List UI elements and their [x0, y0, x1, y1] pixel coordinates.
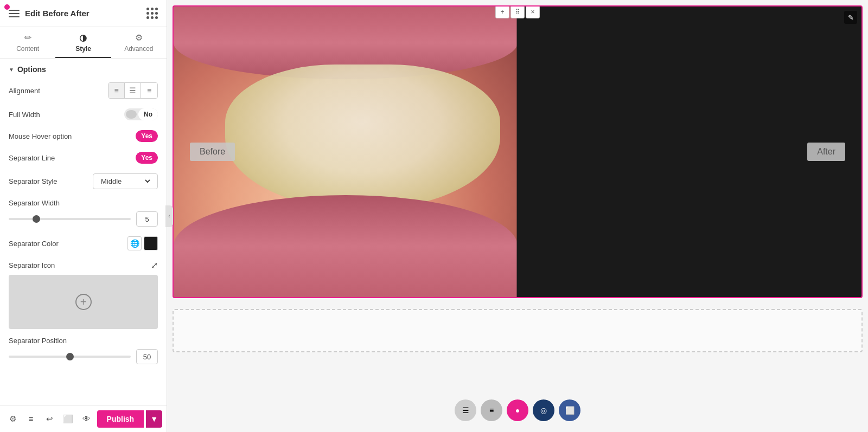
full-width-label: Full Width	[9, 111, 40, 119]
menu-icon[interactable]	[9, 10, 20, 17]
top-bar-left: Edit Before After	[9, 9, 90, 18]
separator-width-controls: 5	[9, 211, 158, 227]
preview-icon[interactable]: 👁	[78, 410, 94, 428]
chevron-down-icon: ▼	[150, 415, 158, 423]
separator-icon-arrows[interactable]: ⤢	[151, 260, 158, 270]
teeth-before	[225, 65, 500, 210]
mouse-hover-yes[interactable]: Yes	[136, 130, 158, 142]
after-image	[174, 297, 518, 298]
advanced-tab-icon: ⚙	[135, 33, 143, 43]
separator-color-controls: 🌐	[127, 236, 158, 250]
separator-line-yes[interactable]: Yes	[136, 152, 158, 164]
toolbar-circle-1[interactable]: ☰	[455, 399, 476, 421]
tab-content-label: Content	[16, 45, 39, 53]
empty-drop-zone[interactable]	[173, 309, 863, 352]
separator-icon-label: Separator Icon	[9, 261, 55, 269]
panel-content: ▼ Options Alignment ≡ ☰ ≡ Full Width No …	[0, 59, 167, 405]
add-icon-button[interactable]: +	[75, 294, 92, 310]
after-label: After	[807, 143, 845, 161]
responsive-icon[interactable]: ⬜	[60, 410, 76, 428]
separator-icon-box[interactable]: +	[9, 275, 158, 329]
page-title: Edit Before After	[25, 9, 90, 18]
separator-line-label: Separator Line	[9, 154, 55, 162]
panel-collapse-handle[interactable]: ‹	[165, 205, 173, 227]
full-width-no[interactable]: No	[138, 108, 158, 120]
mouse-hover-toggle[interactable]: Yes	[136, 130, 158, 142]
toolbar-circle-2[interactable]: ≡	[481, 399, 502, 421]
separator-position-value: 50	[136, 349, 158, 364]
alignment-row: Alignment ≡ ☰ ≡	[9, 82, 158, 99]
widget-toolbar: + ⠿ ×	[495, 5, 540, 18]
toolbar-circle-4[interactable]: ◎	[533, 399, 554, 421]
full-width-toggle[interactable]: No	[124, 108, 158, 120]
separator-width-label: Separator Width	[9, 199, 158, 207]
full-width-off	[126, 110, 137, 119]
separator-width-value: 5	[136, 211, 158, 227]
style-tab-icon: ◑	[79, 33, 87, 43]
separator-position-row: Separator Position 50	[9, 337, 158, 364]
tab-advanced[interactable]: ⚙ Advanced	[111, 27, 167, 58]
left-panel: Edit Before After ✏ Content ◑ Style ⚙ Ad…	[0, 0, 167, 432]
separator-style-select[interactable]: Left Middle Right	[93, 173, 158, 189]
settings-icon[interactable]: ⚙	[4, 410, 21, 428]
separator-style-dropdown[interactable]: Left Middle Right	[99, 177, 152, 186]
separator-line-toggle[interactable]: Yes	[136, 152, 158, 164]
widget-move-btn[interactable]: ⠿	[510, 5, 525, 18]
separator-line[interactable]	[517, 7, 519, 297]
separator-line-row: Separator Line Yes	[9, 152, 158, 164]
separator-position-label: Separator Position	[9, 337, 158, 345]
widget-add-btn[interactable]: +	[495, 5, 509, 18]
separator-icon-label-row: Separator Icon ⤢	[9, 260, 158, 270]
widget-close-btn[interactable]: ×	[526, 5, 540, 18]
separator-width-row: Separator Width 5	[9, 199, 158, 227]
content-tab-icon: ✏	[24, 33, 31, 43]
full-width-row: Full Width No	[9, 108, 158, 120]
alignment-group: ≡ ☰ ≡	[108, 82, 158, 99]
global-color-icon[interactable]: 🌐	[127, 236, 142, 250]
separator-position-slider[interactable]	[9, 356, 131, 358]
main-canvas: + ⠿ × ✎ Before After ☰ ≡ ●	[167, 0, 868, 432]
pink-dot-indicator	[4, 4, 10, 10]
separator-width-slider[interactable]	[9, 218, 131, 220]
alignment-label: Alignment	[9, 87, 40, 95]
tab-advanced-label: Advanced	[124, 45, 153, 53]
separator-icon-row: Separator Icon ⤢ +	[9, 260, 158, 329]
align-left-btn[interactable]: ≡	[108, 83, 125, 98]
tab-style[interactable]: ◑ Style	[55, 27, 111, 58]
align-right-btn[interactable]: ≡	[141, 83, 157, 98]
tab-style-label: Style	[75, 45, 91, 53]
grid-dots-icon[interactable]	[146, 8, 158, 19]
chevron-down-icon: ▼	[9, 67, 14, 73]
mouse-hover-label: Mouse Hover option	[9, 132, 72, 140]
bottom-canvas: ☰ ≡ ● ◎ ⬜	[167, 304, 868, 432]
mouse-hover-row: Mouse Hover option Yes	[9, 130, 158, 142]
bottom-bar: ⚙ ≡ ↩ ⬜ 👁 Publish ▼	[0, 405, 167, 432]
tab-content[interactable]: ✏ Content	[0, 27, 55, 58]
align-center-btn[interactable]: ☰	[125, 83, 141, 98]
tabs-bar: ✏ Content ◑ Style ⚙ Advanced	[0, 27, 167, 59]
toolbar-circle-3[interactable]: ●	[507, 399, 528, 421]
before-after-container[interactable]: + ⠿ × ✎ Before After	[173, 5, 863, 298]
publish-button[interactable]: Publish	[97, 410, 144, 428]
layers-icon[interactable]: ≡	[23, 410, 39, 428]
history-icon[interactable]: ↩	[41, 410, 58, 428]
options-section-header[interactable]: ▼ Options	[9, 65, 158, 74]
top-bar: Edit Before After	[0, 0, 167, 27]
separator-color-row: Separator Color 🌐	[9, 236, 158, 250]
separator-style-row: Separator Style Left Middle Right	[9, 173, 158, 189]
publish-chevron-button[interactable]: ▼	[146, 410, 162, 428]
options-section-title: Options	[17, 65, 46, 74]
separator-color-swatch[interactable]	[144, 236, 158, 250]
before-label: Before	[190, 143, 235, 161]
separator-style-label: Separator Style	[9, 177, 58, 185]
separator-position-controls: 50	[9, 349, 158, 364]
edit-corner-icon[interactable]: ✎	[844, 11, 857, 24]
toolbar-circle-5[interactable]: ⬜	[559, 399, 580, 421]
plus-icon: +	[80, 296, 87, 308]
separator-color-label: Separator Color	[9, 240, 59, 248]
bottom-toolbar-icons: ☰ ≡ ● ◎ ⬜	[455, 399, 580, 421]
lips-bottom-before	[174, 195, 518, 297]
lips-top-after	[174, 297, 518, 298]
